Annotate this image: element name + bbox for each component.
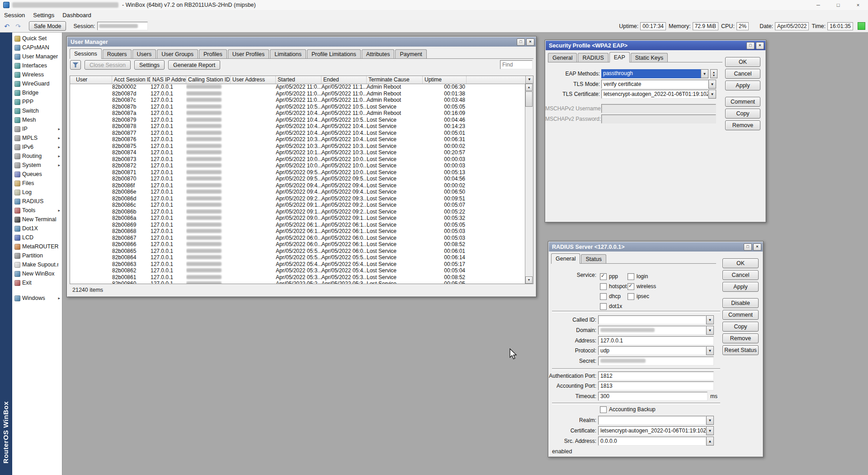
sidebar-item[interactable]: New Terminal — [12, 215, 62, 224]
table-row[interactable]: 82b0087b 127.0.0.1 Apr/05/2022 10:5... A… — [70, 104, 525, 110]
restore-button[interactable]: □ — [517, 38, 525, 46]
column-header[interactable]: Terminate Cause — [367, 76, 423, 84]
column-header[interactable]: Ended — [321, 76, 367, 84]
table-row[interactable]: 82b00870 127.0.0.1 Apr/05/2022 09:5... A… — [70, 176, 525, 182]
dropdown-arrow-icon[interactable]: ▼ — [706, 315, 714, 324]
sidebar-item[interactable]: LCD — [12, 233, 62, 242]
column-header[interactable]: User Address — [231, 76, 276, 84]
table-row[interactable]: 82b0086d 127.0.0.1 Apr/05/2022 09:2... A… — [70, 195, 525, 202]
dialog-button[interactable]: Copy — [722, 322, 759, 332]
sidebar-item[interactable]: Partition — [12, 251, 62, 260]
eap-methods-value[interactable]: passthrough — [601, 69, 701, 78]
dialog-button[interactable]: Cancel — [722, 270, 759, 280]
table-row[interactable]: 82b00874 127.0.0.1 Apr/05/2022 10:1... A… — [70, 149, 525, 156]
vertical-scrollbar[interactable]: ▲ ▼ — [525, 84, 533, 284]
service-checkbox[interactable]: ✓ wireless — [627, 281, 682, 291]
sidebar-item[interactable]: Mesh — [12, 115, 62, 124]
checkbox[interactable]: ✓ — [627, 283, 634, 290]
sidebar-item[interactable]: IP ▸ — [12, 124, 62, 133]
table-row[interactable]: 82b00872 127.0.0.1 Apr/05/2022 10:0... A… — [70, 162, 525, 169]
sidebar-item[interactable]: Make Supout.rif — [12, 260, 62, 269]
sidebar-item[interactable]: Tools ▸ — [12, 206, 62, 215]
acct-port-field[interactable]: 1813 — [598, 381, 714, 390]
table-row[interactable]: 82b00002 127.0.0.1 Apr/05/2022 11:0... A… — [70, 84, 525, 90]
tab[interactable]: Status — [581, 254, 606, 263]
dropdown-arrow-icon[interactable]: ▼ — [708, 80, 716, 89]
sidebar-item[interactable]: Queues — [12, 170, 62, 179]
scrollbar-thumb[interactable] — [525, 91, 533, 107]
security-profile-titlebar[interactable]: Security Profile <WPA2 EAP> □ × — [546, 41, 765, 50]
radius-server-titlebar[interactable]: RADIUS Server <127.0.0.1> □ × — [549, 242, 763, 252]
sidebar-item[interactable]: Log — [12, 188, 62, 197]
tab[interactable]: RADIUS — [578, 53, 608, 62]
tab[interactable]: Payment — [395, 49, 426, 58]
collapse-arrow-icon[interactable]: ▲ — [706, 437, 714, 446]
scroll-up-icon[interactable]: ▲ — [525, 84, 533, 91]
dialog-button[interactable]: Reset Status — [722, 345, 759, 355]
updown-button[interactable]: ▲ ▼ — [710, 69, 717, 78]
secret-field[interactable] — [598, 356, 714, 366]
sidebar-item[interactable]: PPP — [12, 97, 62, 106]
tab[interactable]: Profiles — [199, 49, 227, 58]
tab[interactable]: Profile Limitations — [307, 49, 361, 58]
sidebar-item[interactable]: RADIUS — [12, 197, 62, 206]
sidebar-item[interactable]: Switch — [12, 106, 62, 115]
checkbox[interactable]: ✓ — [627, 273, 634, 280]
timeout-field[interactable]: 300 — [598, 392, 708, 401]
table-row[interactable]: 82b00878 127.0.0.1 Apr/05/2022 10:4... A… — [70, 123, 525, 130]
dialog-button[interactable]: OK — [725, 57, 760, 67]
sidebar-item[interactable]: Routing ▸ — [12, 152, 62, 161]
tab[interactable]: General — [548, 53, 577, 62]
minimize-button[interactable]: ─ — [808, 0, 828, 10]
maximize-button[interactable]: □ — [828, 0, 848, 10]
dropdown-arrow-icon[interactable]: ▼ — [706, 326, 714, 335]
column-header[interactable]: Calling Station ID — [186, 76, 231, 84]
table-row[interactable]: 82b00862 127.0.0.1 Apr/05/2022 05:3... A… — [70, 267, 525, 274]
safe-mode-button[interactable]: Safe Mode — [29, 21, 66, 31]
auth-port-field[interactable]: 1812 — [598, 371, 714, 380]
menu-item[interactable]: Settings — [29, 11, 58, 19]
table-row[interactable]: 82b0086e 127.0.0.1 Apr/05/2022 09:4... A… — [70, 189, 525, 195]
table-row[interactable]: 82b0086c 127.0.0.1 Apr/05/2022 09:1... A… — [70, 202, 525, 209]
dropdown-arrow-icon[interactable]: ▼ — [706, 416, 714, 425]
close-icon[interactable]: × — [753, 243, 761, 251]
table-row[interactable]: 82b00864 127.0.0.1 Apr/05/2022 05:5... A… — [70, 254, 525, 261]
menu-item[interactable]: Session — [0, 11, 29, 19]
dialog-button[interactable]: Apply — [725, 81, 760, 90]
checkbox[interactable]: ✓ — [600, 293, 607, 300]
dropdown-arrow-icon[interactable]: ▼ — [701, 69, 708, 78]
close-session-button[interactable]: Close Session — [85, 60, 131, 70]
redo-icon[interactable]: ↷ — [14, 22, 23, 31]
dropdown-arrow-icon[interactable]: ▼ — [706, 346, 714, 355]
tab[interactable]: Attributes — [362, 49, 395, 58]
sidebar-item[interactable]: User Manager — [12, 52, 62, 61]
service-checkbox[interactable]: ✓ ipsec — [627, 291, 682, 301]
checkbox[interactable]: ✓ — [627, 293, 634, 300]
protocol-field[interactable]: udp — [598, 346, 706, 355]
menu-item[interactable]: Dashboard — [58, 11, 95, 19]
sidebar-item[interactable]: Files — [12, 179, 62, 188]
sidebar-item[interactable]: Exit — [12, 278, 62, 287]
dropdown-arrow-icon[interactable]: ▼ — [708, 90, 716, 99]
mschapv2-password-field[interactable] — [601, 114, 716, 124]
service-checkbox[interactable]: ✓ login — [627, 271, 682, 281]
table-row[interactable]: 82b00871 127.0.0.1 Apr/05/2022 09:5... A… — [70, 169, 525, 176]
tab[interactable]: Sessions — [70, 48, 102, 59]
dialog-button[interactable]: Cancel — [725, 69, 760, 79]
tab[interactable]: User Groups — [157, 49, 198, 58]
dialog-button[interactable]: OK — [722, 258, 759, 268]
column-header[interactable]: NAS IP Address — [151, 76, 186, 84]
tab[interactable]: User Profiles — [228, 49, 269, 58]
address-field[interactable]: 127.0.0.1 — [598, 336, 714, 345]
dialog-button[interactable]: Apply — [722, 282, 759, 292]
dialog-button[interactable]: Disable — [722, 298, 759, 308]
tls-mode-value[interactable]: verify certificate — [601, 80, 708, 89]
restore-button[interactable]: □ — [744, 243, 752, 251]
checkbox[interactable]: ✓ — [600, 283, 607, 290]
table-row[interactable]: 82b0086a 127.0.0.1 Apr/05/2022 09:0... A… — [70, 215, 525, 222]
sidebar-item[interactable]: WireGuard — [12, 79, 62, 88]
find-input[interactable] — [500, 60, 533, 69]
table-row[interactable]: 82b00865 127.0.0.1 Apr/05/2022 05:5... A… — [70, 248, 525, 255]
src-address-field[interactable]: 0.0.0.0 — [598, 437, 706, 446]
accounting-backup-checkbox[interactable]: ✓ Accounting Backup — [600, 406, 656, 413]
